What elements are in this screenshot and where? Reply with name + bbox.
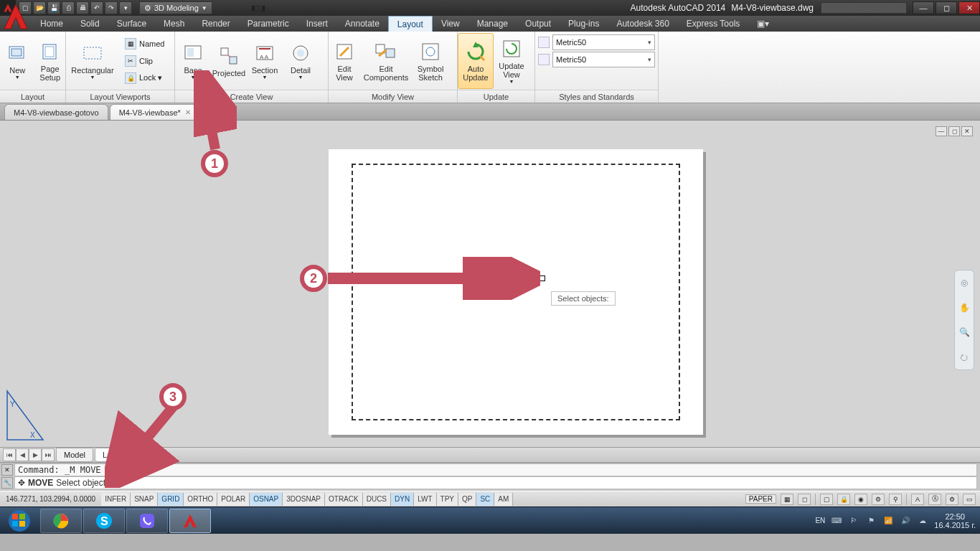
menu-expresstools[interactable]: Express Tools <box>678 16 748 32</box>
menu-surface[interactable]: Surface <box>108 16 155 32</box>
toggle-otrack[interactable]: OTRACK <box>325 493 363 506</box>
doctab-inactive[interactable]: M4-V8-viewbase-gotovo <box>4 104 108 120</box>
taskbar-skype[interactable]: S <box>83 509 125 533</box>
cmd-close-icon[interactable]: ✕ <box>1 464 13 476</box>
qat-more-icon[interactable]: ▾ <box>119 1 132 14</box>
edit-view-button[interactable]: Edit View <box>329 33 360 89</box>
toggle-infer[interactable]: INFER <box>101 493 131 506</box>
menu-autodesk360[interactable]: Autodesk 360 <box>608 16 677 32</box>
lock-viewport-button[interactable]: 🔒Lock ▾ <box>122 70 167 86</box>
update-view-button[interactable]: Update View ▼ <box>494 33 529 89</box>
layout-nav-prev[interactable]: ◀ <box>16 448 29 461</box>
tray-keyboard-icon[interactable]: ⌨ <box>831 515 842 527</box>
qat-redo-icon[interactable]: ↷ <box>105 1 118 14</box>
layout-nav-last[interactable]: ⏭ <box>42 448 55 461</box>
application-menu-button[interactable] <box>1 3 30 32</box>
qat-save-icon[interactable]: 💾 <box>47 1 60 14</box>
qat-saveas-icon[interactable]: ⎙ <box>62 1 75 14</box>
auto-update-button[interactable]: Auto Update <box>458 33 494 89</box>
status-annomon-icon[interactable]: ⚲ <box>889 494 902 505</box>
qat-open-icon[interactable]: 📂 <box>33 1 46 14</box>
toggle-snap[interactable]: SNAP <box>131 493 158 506</box>
tray-clock[interactable]: 22:50 16.4.2015 г. <box>934 512 976 529</box>
menu-manage[interactable]: Manage <box>468 16 517 32</box>
status-clean-icon[interactable]: ▭ <box>963 494 976 505</box>
status-grid-icon[interactable]: ▦ <box>781 494 793 505</box>
qat-ext1-icon[interactable]: ◧ <box>251 4 258 13</box>
tray-net-icon[interactable]: 📶 <box>882 515 894 527</box>
qat-undo-icon[interactable]: ↶ <box>90 1 103 14</box>
close-tab-icon[interactable]: ✕ <box>185 108 191 116</box>
menu-home[interactable]: Home <box>32 16 72 32</box>
menu-solid[interactable]: Solid <box>72 16 108 32</box>
workspace-selector[interactable]: ⚙ 3D Modeling ▼ <box>139 1 212 14</box>
menu-plugins[interactable]: Plug-ins <box>560 16 608 32</box>
tray-cloud-icon[interactable]: ☁ <box>917 515 928 527</box>
toggle-sc[interactable]: SC <box>476 493 494 506</box>
start-button[interactable] <box>0 507 39 534</box>
detail-view-button[interactable]: Detail ▼ <box>283 33 319 89</box>
nav-orbit-icon[interactable]: ⭮ <box>960 352 969 362</box>
toggle-ducs[interactable]: DUCS <box>363 493 391 506</box>
nav-zoom-icon[interactable]: 🔍 <box>959 327 970 337</box>
maximize-button[interactable]: ◻ <box>936 1 957 14</box>
page-setup-button[interactable]: Page Setup <box>34 33 65 89</box>
rectangular-viewport-button[interactable]: Rectangular ▼ <box>66 33 119 89</box>
tray-action-icon[interactable]: ⚑ <box>865 515 877 527</box>
tray-lang[interactable]: EN <box>815 517 825 524</box>
menu-layout[interactable]: Layout <box>388 16 433 32</box>
named-viewports-button[interactable]: ▦Named <box>122 36 167 52</box>
cmd-options-icon[interactable]: 🔧 <box>1 477 13 489</box>
taskbar-viber[interactable] <box>126 509 168 533</box>
new-layout-button[interactable]: New ▼ <box>0 33 34 89</box>
menu-insert[interactable]: Insert <box>298 16 336 32</box>
menu-annotate[interactable]: Annotate <box>336 16 388 32</box>
menu-render[interactable]: Render <box>193 16 238 32</box>
layout-nav-first[interactable]: ⏮ <box>3 448 16 461</box>
viewport-close-icon[interactable]: ✕ <box>961 126 973 136</box>
doctab-active[interactable]: M4-V8-viewbase* ✕ <box>110 104 200 120</box>
close-button[interactable]: ✕ <box>958 1 980 14</box>
title-search[interactable] <box>821 2 907 14</box>
toggle-polar[interactable]: POLAR <box>217 493 250 506</box>
toggle-ortho[interactable]: ORTHO <box>184 493 217 506</box>
toggle-tpy[interactable]: TPY <box>437 493 458 506</box>
status-isoobj-icon[interactable]: ◉ <box>854 494 867 505</box>
menu-view[interactable]: View <box>433 16 468 32</box>
minimize-button[interactable]: — <box>913 1 934 14</box>
menu-output[interactable]: Output <box>517 16 560 32</box>
menu-mesh[interactable]: Mesh <box>155 16 193 32</box>
edit-components-button[interactable]: Edit Components <box>360 33 412 89</box>
section-style-dropdown[interactable]: Metric50 <box>552 34 655 50</box>
toggle-qp[interactable]: QP <box>458 493 476 506</box>
tray-flag-icon[interactable]: 🏳 <box>848 515 859 527</box>
layout-nav-next[interactable]: ▶ <box>29 448 42 461</box>
nav-fullnav-icon[interactable]: ◎ <box>961 278 968 288</box>
status-annovis-icon[interactable]: Ⓐ <box>928 494 941 505</box>
status-quickprops-icon[interactable]: ▢ <box>820 494 833 505</box>
status-hwa-icon[interactable]: ⚙ <box>872 494 885 505</box>
toggle-dyn[interactable]: DYN <box>391 493 414 506</box>
navigation-bar[interactable]: ◎ ✋ 🔍 ⭮ <box>954 270 974 370</box>
toggle-osnap[interactable]: OSNAP <box>250 493 283 506</box>
qat-ext2-icon[interactable]: ◨ <box>258 4 265 13</box>
layouttab-model[interactable]: Model <box>56 448 93 462</box>
status-maxvp-icon[interactable]: ◻ <box>798 494 811 505</box>
taskbar-chrome[interactable] <box>40 509 82 533</box>
clip-viewport-button[interactable]: ✂Clip <box>122 53 167 69</box>
detail-style-dropdown[interactable]: Metric50 <box>552 52 655 67</box>
toggle-lwt[interactable]: LWT <box>414 493 436 506</box>
viewport-maximize-icon[interactable]: ◻ <box>948 126 960 136</box>
taskbar-autocad[interactable] <box>169 509 211 533</box>
toggle-am[interactable]: AM <box>494 493 513 506</box>
menu-parametric[interactable]: Parametric <box>239 16 298 32</box>
status-ws-icon[interactable]: ⚙ <box>946 494 958 505</box>
status-lock-icon[interactable]: 🔒 <box>837 494 850 505</box>
tray-speaker-icon[interactable]: 🔊 <box>900 515 911 527</box>
viewport-minimize-icon[interactable]: — <box>936 126 947 136</box>
toggle-grid[interactable]: GRID <box>158 493 184 506</box>
section-view-button[interactable]: A A Section ▼ <box>247 33 283 89</box>
space-label[interactable]: PAPER <box>745 494 776 504</box>
nav-pan-icon[interactable]: ✋ <box>959 303 970 313</box>
toggle-3dosnap[interactable]: 3DOSNAP <box>283 493 325 506</box>
